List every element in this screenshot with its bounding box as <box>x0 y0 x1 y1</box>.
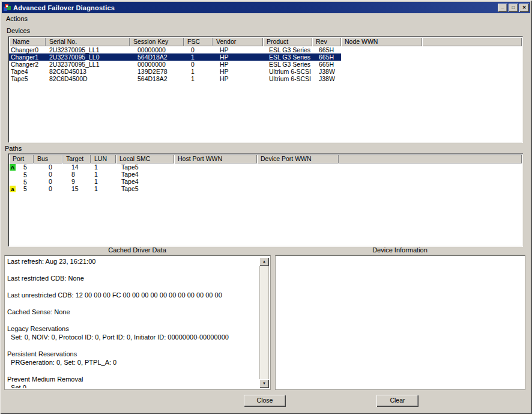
cached-driver-scrollbar[interactable]: ▲ ▼ <box>259 257 269 388</box>
cell: Changer0 <box>9 46 46 53</box>
cell: Tape5 <box>116 185 174 192</box>
column-header[interactable]: Rev <box>312 37 341 46</box>
cell: 0 <box>184 61 213 68</box>
cell: 1 <box>184 53 213 61</box>
paths-listview[interactable]: PortBusTargetLUNLocal SMCHost Port WWNDe… <box>8 153 523 247</box>
list-body: A50141Tape55081Tape45091Tape4a50151Tape5 <box>9 163 522 192</box>
column-header[interactable]: Vendor <box>213 37 263 46</box>
maximize-icon[interactable]: □ <box>509 4 518 12</box>
table-row[interactable]: 5081Tape4 <box>9 171 522 178</box>
title-bar[interactable]: Advanced Failover Diagnostics _ □ ✕ <box>2 2 530 13</box>
cell: 2U32370095_LL1 <box>46 61 130 68</box>
cell: HP <box>213 53 263 61</box>
column-header[interactable]: Name <box>9 37 46 46</box>
device-information-text <box>277 257 524 388</box>
column-header[interactable]: Target <box>62 154 91 163</box>
table-row[interactable]: Tape482C6D45013139D2E781HPUltrium 6-SCSI… <box>9 68 522 75</box>
column-header-filler <box>422 37 522 46</box>
cell: 1 <box>184 68 213 75</box>
cell: 5 <box>9 178 34 186</box>
cell-value: 5 <box>23 163 27 171</box>
cell: ESL G3 Series <box>263 46 312 53</box>
scroll-up-icon[interactable]: ▲ <box>259 257 269 266</box>
cell: Changer1 <box>9 53 46 61</box>
cell: Tape4 <box>116 178 174 185</box>
close-button[interactable]: Close <box>244 395 286 407</box>
cell: 82C6D4500D <box>46 75 130 82</box>
cell: 665H <box>312 46 341 53</box>
cell: 2U32370095_LL0 <box>46 53 130 61</box>
column-header[interactable]: Local SMC <box>116 154 174 163</box>
menu-bar: Actions <box>2 13 530 24</box>
path-status-badge: A <box>10 164 16 171</box>
cell: 0 <box>184 46 213 53</box>
column-header[interactable]: Port <box>9 154 34 163</box>
table-row[interactable]: Changer12U32370095_LL0564D18A21HPESL G3 … <box>9 53 522 61</box>
column-header-filler <box>339 154 522 163</box>
cell: Tape5 <box>9 75 46 82</box>
cell: 1 <box>91 171 116 178</box>
cell: 14 <box>62 163 91 171</box>
cell: ESL G3 Series <box>263 53 312 61</box>
list-body: Changer02U32370095_LL1000000000HPESL G3 … <box>9 46 522 82</box>
column-header[interactable]: Node WWN <box>341 37 422 46</box>
column-header[interactable]: LUN <box>91 154 116 163</box>
cell: ESL G3 Series <box>263 61 312 68</box>
column-header[interactable]: Host Port WWN <box>174 154 257 163</box>
cell: A5 <box>9 163 34 171</box>
cell: 9 <box>62 178 91 185</box>
cell-value: 5 <box>23 178 27 186</box>
cell: 2U32370095_LL1 <box>46 46 130 53</box>
cell: 1 <box>91 185 116 192</box>
cell: 82C6D45013 <box>46 68 130 75</box>
window-title: Advanced Failover Diagnostics <box>13 4 115 11</box>
cell: Changer2 <box>9 61 46 68</box>
minimize-icon[interactable]: _ <box>498 4 507 12</box>
cell: 00000000 <box>130 61 184 68</box>
column-header[interactable]: Bus <box>34 154 62 163</box>
column-header[interactable]: Session Key <box>130 37 184 46</box>
cached-driver-text: Last refresh: Aug 23, 16:21:00 Last rest… <box>6 257 258 388</box>
cell: 139D2E78 <box>130 68 184 75</box>
cell: HP <box>213 61 263 68</box>
table-row[interactable]: Tape582C6D4500D564D18A21HPUltrium 6-SCSI… <box>9 75 522 82</box>
cell: 1 <box>91 178 116 185</box>
column-header[interactable]: Device Port WWN <box>257 154 339 163</box>
cell: J38W <box>312 68 341 75</box>
devices-listview[interactable]: NameSerial No.Session KeyFSCVendorProduc… <box>8 36 523 143</box>
list-header: PortBusTargetLUNLocal SMCHost Port WWNDe… <box>9 154 522 163</box>
scroll-down-icon[interactable]: ▼ <box>259 379 269 388</box>
menu-actions[interactable]: Actions <box>2 14 32 23</box>
close-icon[interactable]: ✕ <box>519 4 529 12</box>
column-header[interactable]: FSC <box>184 37 213 46</box>
table-row[interactable]: A50141Tape5 <box>9 163 522 171</box>
clear-button[interactable]: Clear <box>376 395 419 407</box>
cell: 0 <box>34 185 62 192</box>
cell: 00000000 <box>130 46 184 53</box>
path-status-badge: a <box>10 186 16 192</box>
table-row[interactable]: Changer22U32370095_LL1000000000HPESL G3 … <box>9 61 522 68</box>
cell: 564D18A2 <box>130 75 184 82</box>
cell: 0 <box>34 163 62 171</box>
cell: 0 <box>34 171 62 178</box>
device-information-box <box>275 255 525 390</box>
column-header[interactable]: Serial No. <box>46 37 130 46</box>
devices-section-label: Devices <box>7 27 30 34</box>
cell: 665H <box>312 53 341 61</box>
cell: Tape4 <box>116 171 174 178</box>
cell: J38W <box>312 75 341 82</box>
cell: Tape5 <box>116 163 174 171</box>
cell: Tape4 <box>9 68 46 75</box>
cell-value: 5 <box>23 185 27 192</box>
paths-section-label: Paths <box>5 145 22 152</box>
cell: Ultrium 6-SCSI <box>263 68 312 75</box>
list-header: NameSerial No.Session KeyFSCVendorProduc… <box>9 37 522 46</box>
column-header[interactable]: Product <box>263 37 312 46</box>
cell: 1 <box>184 75 213 82</box>
table-row[interactable]: 5091Tape4 <box>9 178 522 185</box>
dialog-window: Advanced Failover Diagnostics _ □ ✕ Acti… <box>0 0 532 414</box>
table-row[interactable]: Changer02U32370095_LL1000000000HPESL G3 … <box>9 46 522 53</box>
table-row[interactable]: a50151Tape5 <box>9 185 522 192</box>
cell: 564D18A2 <box>130 53 184 61</box>
cell: 1 <box>91 163 116 171</box>
